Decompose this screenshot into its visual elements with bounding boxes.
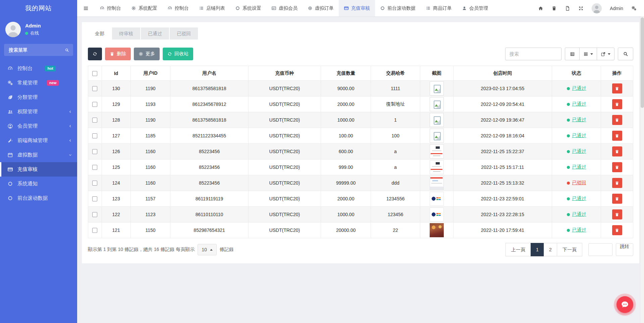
page-size-select[interactable]: 10: [198, 244, 217, 255]
sidebar-item-general-mgmt[interactable]: 常规管理 new: [0, 76, 77, 90]
table-search-input[interactable]: [505, 48, 561, 60]
delete-row-button[interactable]: [612, 178, 622, 188]
scrollbar-thumb[interactable]: [641, 17, 644, 108]
screenshot-thumbnail[interactable]: [430, 176, 444, 190]
status-link[interactable]: 已通过: [572, 196, 586, 202]
recycle-bin-button[interactable]: 回收站: [163, 48, 193, 60]
status-link[interactable]: 已驳回: [572, 180, 586, 186]
tab-pending[interactable]: 待审核: [112, 27, 140, 40]
sidebar-item-front-mall-mgmt[interactable]: 前端商城管理: [0, 133, 77, 148]
export-button[interactable]: [597, 48, 614, 60]
delete-row-button[interactable]: [612, 209, 622, 219]
status-link[interactable]: 已通过: [572, 101, 586, 107]
table-row: 123 1157 86119119119 USDT(TRC20) 2000.00…: [88, 191, 633, 207]
delete-row-button[interactable]: [612, 99, 622, 109]
delete-row-button[interactable]: [612, 115, 622, 125]
top-nav-virtual-order[interactable]: 虚拟订单: [303, 0, 339, 16]
screenshot-thumbnail[interactable]: [430, 113, 444, 127]
sidebar-item-system-notice[interactable]: 系统通知: [0, 177, 77, 191]
top-nav-front-scroll-data[interactable]: 前台滚动数据: [375, 0, 421, 16]
refresh-button[interactable]: [88, 48, 102, 60]
delete-row-button[interactable]: [612, 194, 622, 204]
sidebar-toggle-button[interactable]: [77, 0, 95, 16]
row-checkbox[interactable]: [92, 196, 97, 201]
page-button-2[interactable]: 2: [544, 243, 557, 256]
search-submit-button[interactable]: [618, 48, 633, 60]
select-all-checkbox[interactable]: [92, 71, 97, 76]
row-checkbox[interactable]: [92, 165, 97, 170]
screenshot-thumbnail[interactable]: [430, 207, 444, 221]
top-nav-goods-order[interactable]: 商品订单: [421, 0, 457, 16]
scrollbar[interactable]: [640, 0, 644, 323]
row-checkbox[interactable]: [92, 149, 97, 154]
jump-button[interactable]: 跳转: [616, 243, 633, 256]
prev-page-button[interactable]: 上一頁: [505, 243, 531, 256]
row-checkbox[interactable]: [92, 118, 97, 123]
sidebar-item-permission-mgmt[interactable]: 权限管理: [0, 105, 77, 119]
screenshot-thumbnail[interactable]: [430, 97, 444, 111]
tab-rejected[interactable]: 已驳回: [170, 27, 198, 40]
tab-approved[interactable]: 已通过: [141, 27, 169, 40]
status-badge: 已通过: [567, 85, 586, 91]
top-nav-virtual-member[interactable]: 虚拟会员: [266, 0, 303, 16]
screenshot-thumbnail[interactable]: [430, 223, 444, 237]
trash-icon[interactable]: [551, 6, 557, 11]
status-link[interactable]: 已通过: [572, 85, 586, 91]
expand-icon[interactable]: [578, 6, 584, 11]
screenshot-thumbnail[interactable]: [430, 81, 444, 95]
screenshot-thumbnail[interactable]: [430, 129, 444, 143]
table-row: 121 1150 852987654321 USDT(TRC20) 20000.…: [88, 222, 633, 238]
status-link[interactable]: 已通过: [572, 227, 586, 233]
status-link[interactable]: 已通过: [572, 117, 586, 123]
sidebar-item-label: 虚拟数据: [17, 152, 38, 158]
screenshot-thumbnail[interactable]: [430, 192, 444, 206]
screenshot-thumbnail[interactable]: [430, 160, 444, 174]
sidebar-search-input[interactable]: [8, 47, 62, 53]
sidebar-item-member-mgmt[interactable]: 会员管理: [0, 119, 77, 133]
delete-button[interactable]: 删除: [105, 48, 131, 60]
row-checkbox[interactable]: [92, 228, 97, 233]
delete-row-button[interactable]: [612, 83, 622, 93]
top-nav-dashboard[interactable]: 控制台: [95, 0, 126, 16]
home-icon[interactable]: [538, 6, 543, 11]
tab-all[interactable]: 全部: [88, 27, 111, 40]
jump-page-input[interactable]: [588, 243, 612, 256]
status-link[interactable]: 已通过: [572, 211, 586, 217]
next-page-button[interactable]: 下一頁: [557, 243, 582, 256]
columns-button[interactable]: [579, 48, 597, 60]
row-checkbox[interactable]: [92, 212, 97, 217]
cell-coin: USDT(TRC20): [248, 81, 321, 96]
chat-fab-button[interactable]: [614, 294, 636, 316]
top-nav-system-settings[interactable]: 系统设置: [230, 0, 266, 16]
status-link[interactable]: 已通过: [572, 133, 586, 139]
clear-icon[interactable]: [565, 6, 570, 11]
row-checkbox[interactable]: [92, 133, 97, 138]
detail-view-button[interactable]: [565, 48, 580, 60]
admin-avatar[interactable]: [592, 3, 602, 13]
admin-username[interactable]: Admin: [610, 6, 623, 11]
row-checkbox[interactable]: [92, 86, 97, 91]
sidebar-item-recharge-audit[interactable]: 充值审核: [0, 162, 77, 177]
top-nav-recharge-audit[interactable]: 充值审核: [339, 0, 375, 16]
status-link[interactable]: 已通过: [572, 164, 586, 170]
sidebar-item-front-scroll-data[interactable]: 前台滚动数据: [0, 191, 77, 205]
row-checkbox[interactable]: [92, 181, 97, 186]
top-nav-shop-list[interactable]: 店铺列表: [194, 0, 230, 16]
status-link[interactable]: 已通过: [572, 148, 586, 154]
screenshot-thumbnail[interactable]: [430, 144, 444, 158]
cogs-icon[interactable]: [631, 6, 637, 11]
delete-row-button[interactable]: [612, 146, 622, 156]
more-button[interactable]: 更多: [134, 48, 160, 60]
delete-row-button[interactable]: [612, 131, 622, 141]
sidebar-item-dashboard[interactable]: 控制台 hot: [0, 61, 77, 76]
page-button-1[interactable]: 1: [531, 243, 544, 256]
user-avatar[interactable]: [5, 22, 21, 37]
sidebar-item-virtual-data[interactable]: 虚拟数据: [0, 148, 77, 162]
row-checkbox[interactable]: [92, 102, 97, 107]
top-nav-system-config[interactable]: 系统配置: [126, 0, 162, 16]
sidebar-item-category-mgmt[interactable]: 分類管理: [0, 90, 77, 105]
top-nav-dashboard-2[interactable]: 控制台: [162, 0, 194, 16]
delete-row-button[interactable]: [612, 162, 622, 172]
top-nav-member-mgmt[interactable]: 会员管理: [457, 0, 493, 16]
delete-row-button[interactable]: [612, 225, 622, 235]
